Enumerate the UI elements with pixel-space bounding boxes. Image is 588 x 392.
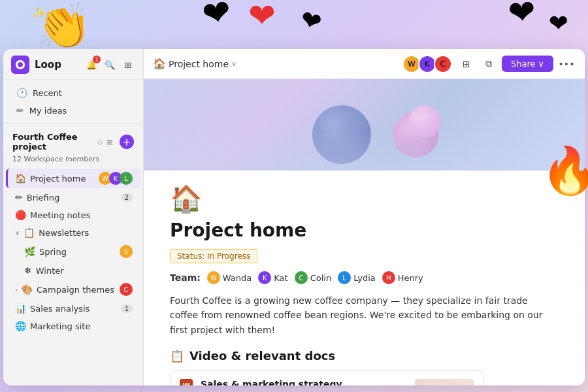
- sidebar-item-project-home[interactable]: 🏠 Project home W K L: [6, 169, 140, 188]
- spring-avatar: S: [120, 245, 133, 258]
- page-body: 🏠 Project home Status: In Progress Team:…: [144, 171, 585, 385]
- briefing-badge: 2: [121, 193, 133, 202]
- team-member-wanda: W Wanda: [207, 271, 252, 284]
- sidebar-header: Loop 🔔 1 🔍 ⊞: [3, 49, 143, 80]
- doc-card[interactable]: W Sales & marketing strategy Edited 12 d…: [170, 370, 483, 385]
- more-options-button[interactable]: •••: [557, 55, 576, 73]
- winter-label: Winter: [36, 266, 133, 276]
- marketing-label: Marketing site: [30, 321, 133, 331]
- lydia-avatar: L: [338, 271, 351, 284]
- newsletters-icon: 📋: [24, 227, 35, 238]
- recent-label: Recent: [33, 88, 62, 98]
- wanda-name: Wanda: [223, 273, 252, 283]
- breadcrumb-chevron: ∨: [231, 59, 237, 68]
- search-button[interactable]: 🔍: [103, 57, 117, 72]
- topbar-right: W K C ⊞ ⧉ Share ∨ •••: [402, 55, 576, 73]
- wanda-avatar: W: [207, 271, 220, 284]
- notification-badge: 1: [93, 56, 101, 63]
- colin-avatar: C: [295, 271, 308, 284]
- sales-icon: 📊: [15, 303, 26, 314]
- sidebar-item-briefing[interactable]: ✏️ Briefing 2: [6, 189, 140, 206]
- workspace-name-text: Fourth Coffee project: [12, 132, 95, 152]
- recent-icon: 🕐: [16, 88, 27, 98]
- status-badge: Status: In Progress: [170, 249, 257, 263]
- topbar-actions: ⊞ ⧉ Share ∨ •••: [457, 55, 576, 73]
- workspace-members-count: 12 Workspace members: [11, 154, 135, 164]
- meeting-notes-label: Meeting notes: [30, 210, 133, 220]
- sidebar-item-my-ideas[interactable]: ✏️ My ideas: [7, 102, 139, 119]
- sidebar-items-list: 🏠 Project home W K L ✏️ Briefing 2 🔴 Mee…: [3, 167, 143, 385]
- sidebar-item-meeting-notes[interactable]: 🔴 Meeting notes: [6, 206, 140, 223]
- briefing-label: Briefing: [27, 193, 117, 203]
- sales-badge: 1: [121, 304, 133, 313]
- spring-label: Spring: [39, 247, 116, 257]
- lydia-name: Lydia: [353, 273, 376, 283]
- page-title: Project home: [170, 220, 559, 241]
- workspace-chevron: ◇: [97, 139, 103, 146]
- sidebar-item-spring[interactable]: 🌿 Spring S: [6, 242, 140, 261]
- kat-avatar: K: [258, 271, 271, 284]
- workspace-header: Fourth Coffee project ◇ ≡ +: [11, 129, 135, 154]
- grid-view-button[interactable]: ⊞: [457, 55, 476, 73]
- app-name: Loop: [35, 59, 61, 71]
- topbar: 🏠 Project home ∨ W K C ⊞ ⧉ Share ∨: [144, 49, 585, 79]
- my-ideas-icon: ✏️: [16, 105, 24, 116]
- sidebar-item-recent[interactable]: 🕐 Recent: [7, 84, 139, 101]
- sales-label: Sales analysis: [30, 304, 117, 314]
- breadcrumb-icon: 🏠: [153, 57, 166, 70]
- add-page-button[interactable]: +: [120, 135, 134, 149]
- newsletters-chevron: ∨: [15, 229, 20, 237]
- my-ideas-label: My ideas: [29, 106, 67, 116]
- workspace-actions: ≡ +: [103, 135, 134, 149]
- sidebar-icon-group: 🔔 1 🔍 ⊞: [84, 57, 135, 72]
- hero-wave: [144, 131, 585, 171]
- henry-avatar: H: [382, 271, 395, 284]
- copy-link-button[interactable]: ⧉: [480, 55, 498, 73]
- breadcrumb: 🏠 Project home ∨: [153, 57, 237, 70]
- sidebar-nav: 🕐 Recent ✏️ My ideas: [3, 80, 143, 123]
- page-icon: 🏠: [170, 184, 559, 214]
- section-icon: 📋: [170, 349, 184, 363]
- doc-type-label: W: [182, 382, 189, 385]
- campaign-icon: 🎨: [22, 284, 33, 295]
- colin-name: Colin: [310, 273, 332, 283]
- share-label: Share: [511, 59, 536, 69]
- avatar-l: L: [120, 172, 133, 185]
- newsletters-label: Newsletters: [39, 228, 133, 238]
- sidebar-item-winter[interactable]: ❄️ Winter: [6, 262, 140, 279]
- app-window: Loop 🔔 1 🔍 ⊞ 🕐 Recent ✏️ My ideas: [3, 49, 585, 385]
- heart-deco-2: ❤️: [248, 0, 276, 35]
- team-member-colin: C Colin: [295, 271, 332, 284]
- clap-emoji: 👏: [36, 0, 91, 52]
- page-description: Fourth Coffee is a growing new coffee co…: [170, 293, 559, 337]
- doc-title: Sales & marketing strategy: [201, 379, 407, 385]
- team-member-kat: K Kat: [258, 271, 287, 284]
- workspace-name: Fourth Coffee project ◇: [12, 132, 103, 152]
- heart-deco-1: ❤️: [199, 0, 234, 35]
- sparkle-emoji: ✨: [33, 7, 46, 19]
- doc-info: Sales & marketing strategy Edited 12 day…: [201, 379, 407, 385]
- share-button[interactable]: Share ∨: [502, 56, 553, 72]
- sidebar-item-sales-analysis[interactable]: 📊 Sales analysis 1: [6, 300, 140, 317]
- workspace-section: Fourth Coffee project ◇ ≡ + 12 Workspace…: [3, 123, 143, 167]
- collaborators-avatars: W K C: [402, 55, 452, 73]
- doc-type-icon: W: [180, 379, 193, 385]
- collab-avatar-3: C: [434, 55, 452, 73]
- meeting-notes-icon: 🔴: [15, 210, 26, 220]
- workspace-menu-button[interactable]: ≡: [103, 135, 117, 149]
- main-content: 🏠 Project home ∨ W K C ⊞ ⧉ Share ∨: [144, 49, 585, 385]
- campaign-avatar: C: [120, 283, 133, 296]
- notifications-button[interactable]: 🔔 1: [84, 57, 99, 72]
- sidebar-item-newsletters[interactable]: ∨ 📋 Newsletters: [6, 224, 140, 241]
- doc-thumbnail: Our brand is crafted with care.: [415, 379, 474, 385]
- project-home-label: Project home: [30, 174, 95, 184]
- spring-icon: 🌿: [24, 246, 35, 257]
- team-label: Team:: [170, 272, 201, 283]
- kat-name: Kat: [274, 273, 287, 283]
- sidebar-item-marketing-site[interactable]: 🌐 Marketing site: [6, 318, 140, 335]
- henry-name: Henry: [398, 273, 423, 283]
- campaign-label: Campaign themes: [37, 285, 116, 295]
- sidebar-item-campaign-themes[interactable]: › 🎨 Campaign themes C: [6, 280, 140, 299]
- layout-button[interactable]: ⊞: [121, 57, 135, 72]
- marketing-icon: 🌐: [15, 321, 26, 331]
